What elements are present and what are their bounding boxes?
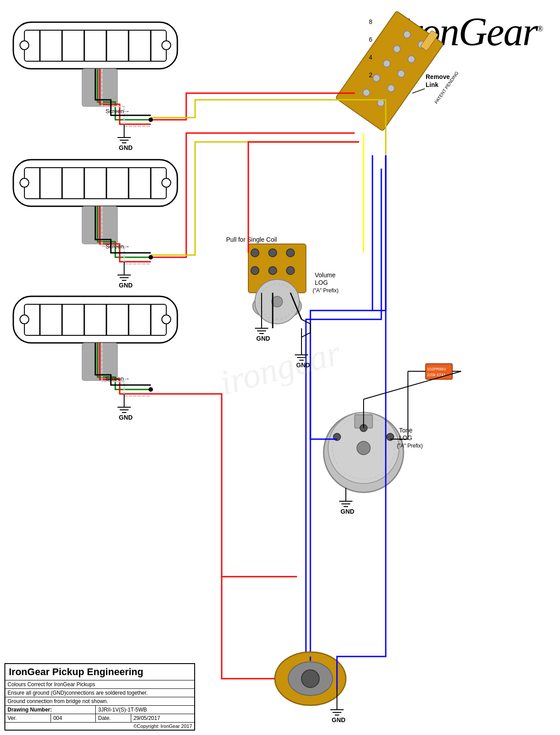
svg-text:Link: Link <box>426 81 439 88</box>
svg-point-42 <box>20 315 29 324</box>
footer-table: IronGear Pickup Engineering Colours Corr… <box>4 663 195 731</box>
svg-text:LOG: LOG <box>315 279 328 286</box>
svg-text:("A" Prefix): ("A" Prefix) <box>313 287 339 294</box>
svg-text:GND: GND <box>341 508 354 515</box>
svg-point-75 <box>251 267 259 275</box>
svg-point-72 <box>251 249 259 257</box>
footer-copyright: ©Copyright: IronGear 2017 <box>5 723 195 730</box>
svg-point-77 <box>286 267 294 275</box>
svg-text:Remove: Remove <box>426 73 450 80</box>
footer-row1: Colours Correct for IronGear Pickups <box>5 680 195 689</box>
svg-point-73 <box>269 249 277 257</box>
footer-ver-value: 004 <box>51 714 96 723</box>
svg-text:LOG: LOG <box>399 434 412 441</box>
svg-point-8 <box>20 41 29 50</box>
svg-text:Tone: Tone <box>399 427 413 434</box>
svg-point-128 <box>149 118 153 122</box>
svg-text:6: 6 <box>369 36 372 43</box>
svg-text:8: 8 <box>369 18 372 25</box>
svg-text:GND: GND <box>119 144 133 151</box>
svg-point-9 <box>162 41 171 50</box>
footer-company: IronGear Pickup Engineering <box>5 664 195 680</box>
footer-row2: Ensure all ground (GND)connections are s… <box>5 689 195 697</box>
svg-point-121 <box>302 670 319 688</box>
svg-point-130 <box>149 387 153 392</box>
svg-text:GND: GND <box>296 362 310 369</box>
svg-text:Screen→: Screen→ <box>106 108 129 114</box>
svg-text:("A" Prefix): ("A" Prefix) <box>397 443 423 449</box>
svg-text:4: 4 <box>369 54 372 61</box>
wiring-diagram: Screen→ GND Screen→ GND Screen→ GND <box>0 0 560 735</box>
svg-point-43 <box>162 315 171 324</box>
footer-date-label: Date. <box>96 714 131 723</box>
svg-point-26 <box>162 178 171 187</box>
svg-point-81 <box>272 296 282 307</box>
svg-text:Screen→: Screen→ <box>106 375 129 382</box>
svg-text:GND: GND <box>119 282 133 289</box>
svg-point-74 <box>286 249 294 257</box>
svg-rect-35 <box>24 304 166 335</box>
footer-date-value: 29/05/2017 <box>131 714 195 723</box>
footer-drawing-number: 3JRII-1V(S)-1T-5WB <box>96 706 195 714</box>
svg-rect-1 <box>24 30 166 61</box>
svg-point-129 <box>149 255 153 259</box>
svg-text:102PR86V: 102PR86V <box>427 367 446 371</box>
svg-text:GND: GND <box>119 414 133 421</box>
svg-rect-51 <box>336 11 444 131</box>
svg-line-70 <box>412 89 425 93</box>
footer-drawing-label: Drawing Number: <box>5 706 96 714</box>
footer-row3: Ground connection from bridge not shown. <box>5 697 195 706</box>
svg-text:2: 2 <box>369 71 372 79</box>
svg-text:Pull for Single Coil: Pull for Single Coil <box>226 236 277 243</box>
svg-text:Screen→: Screen→ <box>106 243 129 250</box>
svg-point-25 <box>20 178 29 187</box>
svg-text:Volume: Volume <box>315 271 336 279</box>
footer-ver-label: Ver. <box>5 714 51 723</box>
svg-text:GND: GND <box>332 716 345 723</box>
svg-point-76 <box>269 267 277 275</box>
svg-text:GND: GND <box>256 335 270 342</box>
svg-rect-18 <box>24 168 166 199</box>
svg-point-106 <box>357 441 370 455</box>
